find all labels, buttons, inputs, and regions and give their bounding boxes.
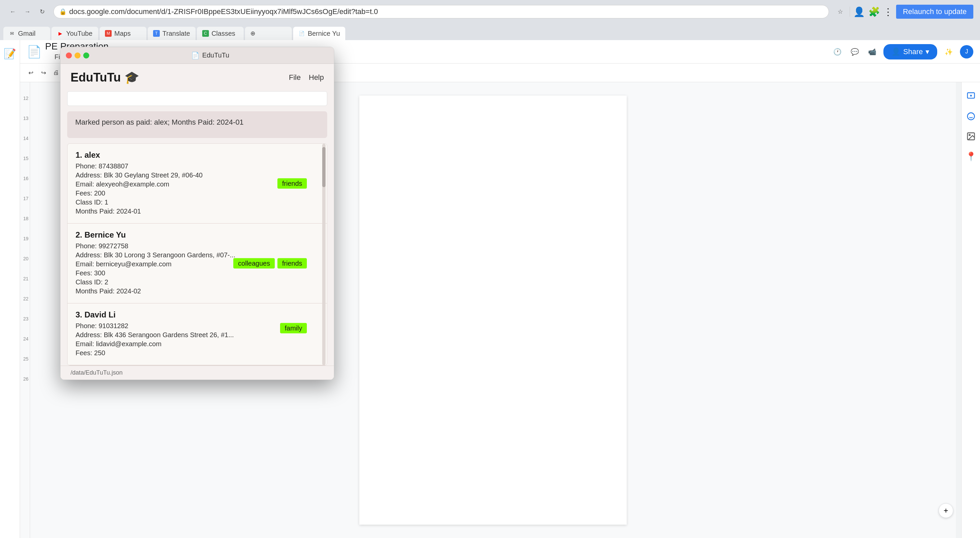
emoji-icon[interactable] bbox=[964, 109, 978, 124]
vertical-scrollbar[interactable] bbox=[956, 82, 961, 538]
app-menu: File Help bbox=[289, 73, 324, 82]
months-paid-label: Months Paid: bbox=[76, 208, 116, 215]
reload-button[interactable]: ↻ bbox=[36, 6, 48, 18]
person-3-tags: family bbox=[280, 323, 307, 333]
person-3-email: Email: lidavid@example.com bbox=[76, 340, 319, 348]
classes-favicon: C bbox=[202, 30, 209, 37]
ruler-26: 26 bbox=[23, 376, 29, 382]
forward-button[interactable]: → bbox=[21, 6, 33, 18]
comments-button[interactable]: 💬 bbox=[849, 46, 861, 58]
status-bar: /data/EduTuTu.json bbox=[60, 365, 334, 379]
ruler-25: 25 bbox=[23, 356, 29, 362]
scrollbar-thumb[interactable] bbox=[322, 147, 326, 187]
relaunch-button[interactable]: Relaunch to update bbox=[896, 5, 973, 19]
doc-favicon: 📄 bbox=[299, 30, 305, 37]
months-paid-label-2: Months Paid: bbox=[76, 287, 116, 295]
app-window: 📄 EduTuTu EduTuTu 🎓 File Help Marked per… bbox=[60, 47, 334, 380]
youtube-favicon: ▶ bbox=[57, 30, 64, 37]
gemini-icon[interactable]: ✨ bbox=[943, 46, 955, 58]
tag-friends-2: friends bbox=[277, 258, 307, 269]
video-button[interactable]: 📹 bbox=[866, 46, 878, 58]
app-header: EduTuTu 🎓 File Help bbox=[60, 64, 334, 91]
classid-label: Class ID: bbox=[76, 198, 105, 206]
fees-label: Fees: bbox=[76, 189, 94, 197]
gdocs-right-sidebar: 📍 bbox=[961, 82, 980, 538]
gdocs-left-sidebar: 📝 bbox=[0, 40, 20, 538]
app-menu-help[interactable]: Help bbox=[309, 73, 324, 82]
phone-label-2: Phone: bbox=[76, 242, 99, 250]
tab-maps[interactable]: M Maps bbox=[100, 27, 146, 40]
person-1-classid: Class ID: 1 bbox=[76, 198, 319, 206]
window-minimize-button[interactable] bbox=[75, 52, 81, 59]
tab-circle[interactable]: ⊕ bbox=[245, 27, 292, 40]
person-2-classid: Class ID: 2 bbox=[76, 278, 319, 286]
back-button[interactable]: ← bbox=[7, 6, 19, 18]
person-2-phone: Phone: 99272758 bbox=[76, 242, 319, 250]
tab-gmail[interactable]: ✉ Gmail bbox=[3, 27, 50, 40]
person-2-fees: Fees: 300 bbox=[76, 269, 319, 277]
tab-youtube-label: YouTube bbox=[66, 30, 92, 37]
nav-buttons: ← → ↻ bbox=[7, 6, 48, 18]
maps-sidebar-icon[interactable]: 📍 bbox=[964, 149, 978, 164]
address-bar[interactable]: 🔒 docs.google.com/document/d/1-ZRISFr0IB… bbox=[54, 5, 829, 18]
ruler-22: 22 bbox=[23, 296, 29, 302]
person-3-name: 3. David Li bbox=[76, 310, 319, 319]
user-avatar[interactable]: J bbox=[960, 45, 973, 59]
person-2-months-paid: Months Paid: 2024-02 bbox=[76, 287, 319, 295]
person-card-2[interactable]: 2. Bernice Yu Phone: 99272758 Address: B… bbox=[67, 224, 327, 303]
app-menu-file[interactable]: File bbox=[289, 73, 301, 82]
window-title: 📄 EduTuTu bbox=[92, 51, 329, 59]
email-label-3: Email: bbox=[76, 340, 96, 348]
window-maximize-button[interactable] bbox=[83, 52, 89, 59]
tag-family: family bbox=[280, 323, 307, 333]
app-favicon: 📄 bbox=[191, 51, 200, 59]
person-1-tags: friends bbox=[277, 178, 307, 189]
person-2-name: 2. Bernice Yu bbox=[76, 230, 319, 240]
address-label-2: Address: bbox=[76, 251, 103, 259]
extensions-icon[interactable]: 🧩 bbox=[869, 6, 880, 17]
url-text: docs.google.com/document/d/1-ZRISFr0IBpp… bbox=[69, 7, 378, 16]
person-card-1[interactable]: 1. alex Phone: 87438807 Address: Blk 30 … bbox=[67, 144, 327, 224]
tab-classes[interactable]: C Classes bbox=[197, 27, 243, 40]
maps-favicon: M bbox=[105, 30, 111, 37]
address-label: Address: bbox=[76, 171, 103, 179]
share-label: Share bbox=[903, 48, 923, 56]
tabs-bar: ✉ Gmail ▶ YouTube M Maps T Translate C C… bbox=[0, 24, 980, 40]
image-icon[interactable] bbox=[964, 129, 978, 144]
search-bar[interactable] bbox=[67, 91, 327, 106]
ruler-21: 21 bbox=[23, 276, 29, 281]
svg-point-3 bbox=[967, 113, 974, 120]
persons-list: 1. alex Phone: 87438807 Address: Blk 30 … bbox=[67, 143, 327, 365]
tab-translate[interactable]: T Translate bbox=[148, 27, 196, 40]
window-title-text: EduTuTu bbox=[202, 51, 229, 59]
tag-colleagues: colleagues bbox=[233, 258, 275, 269]
ruler-23: 23 bbox=[23, 316, 29, 321]
phone-label: Phone: bbox=[76, 162, 99, 170]
tab-youtube[interactable]: ▶ YouTube bbox=[51, 27, 98, 40]
phone-label-3: Phone: bbox=[76, 322, 99, 330]
ruler-18: 18 bbox=[23, 216, 29, 221]
add-comment-icon[interactable] bbox=[964, 89, 978, 103]
tab-active-doc[interactable]: 📄 Bernice Yu bbox=[293, 27, 345, 40]
address-label-3: Address: bbox=[76, 331, 103, 338]
bookmark-button[interactable]: ☆ bbox=[834, 6, 846, 18]
fees-label-2: Fees: bbox=[76, 269, 94, 277]
redo-button[interactable]: ↪ bbox=[38, 68, 49, 78]
window-close-button[interactable] bbox=[66, 52, 72, 59]
undo-button[interactable]: ↩ bbox=[25, 68, 36, 78]
share-button[interactable]: 👤 Share ▾ bbox=[883, 44, 937, 59]
zoom-button[interactable]: + bbox=[939, 503, 953, 518]
history-button[interactable]: 🕐 bbox=[831, 46, 843, 58]
gmail-favicon: ✉ bbox=[9, 30, 15, 37]
profile-icon[interactable]: 👤 bbox=[853, 6, 865, 17]
tag-friends-1: friends bbox=[277, 178, 307, 189]
doc-text-placeholder bbox=[386, 116, 600, 183]
ruler-19: 19 bbox=[23, 236, 29, 241]
person-card-3[interactable]: 3. David Li Phone: 91031282 Address: Blk… bbox=[67, 303, 327, 365]
ruler-marks: 12 13 14 15 16 17 18 19 20 21 22 23 24 2… bbox=[20, 82, 30, 538]
tab-translate-label: Translate bbox=[162, 30, 190, 37]
ruler-14: 14 bbox=[23, 136, 29, 141]
menu-icon[interactable]: ⋮ bbox=[883, 6, 893, 17]
lock-icon: 🔒 bbox=[59, 8, 67, 15]
ruler-13: 13 bbox=[23, 116, 29, 121]
